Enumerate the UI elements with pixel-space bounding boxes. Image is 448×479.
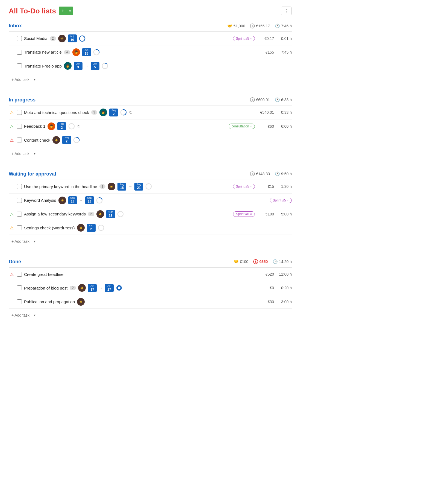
add-task-dropdown-button[interactable]: ▾ xyxy=(32,151,37,157)
cost-item: $ €155.17 xyxy=(250,24,270,28)
add-dropdown-button[interactable]: ▾ xyxy=(67,7,73,15)
task-checkbox[interactable] xyxy=(17,212,22,217)
task-time: 0:33 h xyxy=(277,110,292,115)
add-list-button[interactable]: + xyxy=(59,7,67,15)
task-checkbox[interactable] xyxy=(17,272,22,277)
warning-icon: ⚠ xyxy=(9,225,15,230)
task-checkbox[interactable] xyxy=(17,110,22,115)
tag-close[interactable]: × xyxy=(250,125,252,128)
task-right: €540.010:33 h xyxy=(258,110,292,115)
refresh-icon[interactable]: ↻ xyxy=(77,124,81,129)
task-checkbox[interactable] xyxy=(17,124,22,129)
task-row: △ Assign a few secondary keywords2🧔 Sep1… xyxy=(9,207,292,221)
section-inbox: Inbox 🤝 €1,000$ €155.17🕐 7:46 h Social M… xyxy=(9,23,292,86)
task-checkbox[interactable] xyxy=(17,299,22,304)
task-name-area: Publication and propagation🧔 xyxy=(24,298,255,306)
task-label: Use the primary keyword in the headline xyxy=(24,184,97,189)
avatar: 🧔 xyxy=(58,197,66,204)
task-right: €00:20 h xyxy=(258,286,292,290)
task-checkbox[interactable] xyxy=(17,285,22,290)
section-header: Done 🤝 €100$ €550🕐 14:20 h xyxy=(9,259,292,265)
task-row: ⚠ Create great headline€52011:00 h xyxy=(9,268,292,281)
progress-circle xyxy=(98,224,104,231)
task-count: 2 xyxy=(70,286,76,290)
section-meta: 🤝 €1,000$ €155.17🕐 7:46 h xyxy=(227,24,292,28)
svg-point-8 xyxy=(69,124,74,129)
task-name-area: Social Media2🧔 Aug19 xyxy=(24,34,231,42)
task-label: Translate Freelo app xyxy=(24,64,62,68)
add-task-button[interactable]: + Add task xyxy=(9,311,32,319)
task-checkbox[interactable] xyxy=(17,138,22,142)
add-task-row: + Add task ▾ xyxy=(9,73,292,86)
tag-badge: Sprint #5 × xyxy=(233,184,255,189)
date-badge: Aug2 xyxy=(109,109,118,116)
add-task-dropdown-button[interactable]: ▾ xyxy=(32,312,37,318)
dollar-icon: $ xyxy=(250,171,255,176)
task-row: Use the primary keyword in the headline1… xyxy=(9,180,292,194)
more-options-button[interactable]: ⋮ xyxy=(281,7,292,15)
section-done: Done 🤝 €100$ €550🕐 14:20 h ⚠ Create grea… xyxy=(9,259,292,322)
section-meta: $ €148.33🕐 9:50 h xyxy=(250,171,292,176)
task-label: Assign a few secondary keywords xyxy=(24,212,86,216)
task-name-area: Translate new article4👦 Jun15 xyxy=(24,48,255,56)
progress-circle xyxy=(117,211,124,217)
task-name-area: Create great headline xyxy=(24,272,255,277)
hand-icon: 🤝 xyxy=(234,259,239,264)
date-badge: Aug19 xyxy=(68,34,77,42)
task-row: Social Media2🧔 Aug19 Sprint #5 ×€0.170:0… xyxy=(9,32,292,45)
budget-item: 🤝 €1,000 xyxy=(227,24,245,28)
task-checkbox[interactable] xyxy=(17,184,22,189)
tag-close[interactable]: × xyxy=(250,212,252,216)
task-right: Sprint #6 ×€1005:00 h xyxy=(233,211,292,217)
task-count: 4 xyxy=(64,50,70,54)
task-name-area: Keyword Analysis🧔 Sep14 → Sep14 xyxy=(24,196,268,204)
task-checkbox[interactable] xyxy=(17,63,22,68)
task-checkbox[interactable] xyxy=(17,36,22,41)
date-badge: Sep14 xyxy=(68,196,77,204)
task-checkbox[interactable] xyxy=(17,225,22,230)
section-header: In progress $ €600.01🕐 6:33 h xyxy=(9,97,292,103)
task-time: 3:00 h xyxy=(277,300,292,304)
add-task-button[interactable]: + Add task xyxy=(9,150,32,157)
task-label: Create great headline xyxy=(24,272,63,277)
add-task-dropdown-button[interactable]: ▾ xyxy=(32,238,37,244)
time-item: 🕐 14:20 h xyxy=(273,259,292,264)
avatar: 🧔 xyxy=(77,224,85,232)
task-checkbox[interactable] xyxy=(17,50,22,55)
avatar: 🧔 xyxy=(52,136,60,144)
task-row: Translate Freelo app👩 Jun3 → Jun5 xyxy=(9,59,292,73)
task-checkbox[interactable] xyxy=(17,198,22,203)
time-item: 🕐 7:46 h xyxy=(275,24,292,28)
refresh-icon[interactable]: ↻ xyxy=(129,110,132,115)
tag-close[interactable]: × xyxy=(250,37,252,40)
svg-point-15 xyxy=(98,225,104,230)
add-task-button[interactable]: + Add task xyxy=(9,76,32,83)
task-name-area: Use the primary keyword in the headline1… xyxy=(24,183,231,191)
add-task-button[interactable]: + Add task xyxy=(9,238,32,245)
add-task-row: + Add task ▾ xyxy=(9,235,292,248)
date-badge: Jun27 xyxy=(105,284,114,292)
clock-icon: 🕐 xyxy=(275,171,280,176)
avatar: 🧔 xyxy=(58,35,66,42)
tag-close[interactable]: × xyxy=(287,199,289,202)
task-row: Publication and propagation🧔€303:00 h xyxy=(9,295,292,309)
task-cost: €15 xyxy=(258,184,274,189)
task-time: 0:01 h xyxy=(277,36,292,41)
tag-close[interactable]: × xyxy=(250,185,252,188)
svg-point-14 xyxy=(118,211,123,217)
section-header: Waiting for approval $ €148.33🕐 9:50 h xyxy=(9,171,292,177)
task-right: €303:00 h xyxy=(258,300,292,304)
task-right: €52011:00 h xyxy=(258,272,292,276)
task-right: consultation ×€606:00 h xyxy=(229,124,292,129)
task-label: Content check xyxy=(24,138,50,142)
section-title: Done xyxy=(9,259,21,265)
time-item: 🕐 9:50 h xyxy=(275,171,292,176)
add-task-row: + Add task ▾ xyxy=(9,309,292,322)
add-task-dropdown-button[interactable]: ▾ xyxy=(32,77,37,83)
task-name-area: Content check🧔 Aug2 xyxy=(24,136,290,144)
hand-icon: 🤝 xyxy=(227,24,232,28)
section-title: Waiting for approval xyxy=(9,171,56,177)
budget-item: $ €148.33 xyxy=(250,171,270,176)
arrow-icon: → xyxy=(128,184,132,189)
task-cost: €30 xyxy=(258,300,274,304)
